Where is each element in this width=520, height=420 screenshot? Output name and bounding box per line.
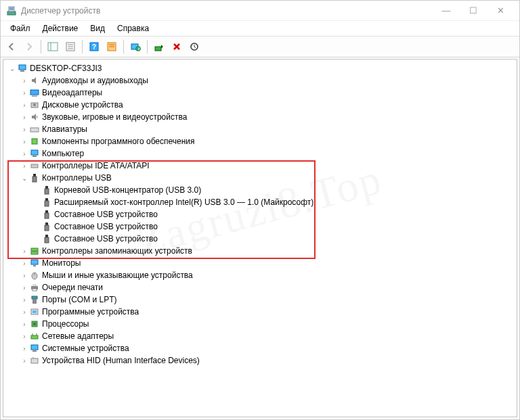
tree-item-computer[interactable]: › Компьютер — [5, 147, 515, 160]
svg-rect-50 — [32, 289, 37, 291]
svg-rect-61 — [32, 350, 37, 352]
tree-item-video-adapters[interactable]: › Видеоадаптеры — [5, 87, 515, 99]
menu-action[interactable]: Действие — [37, 22, 84, 34]
system-icon — [29, 343, 40, 354]
tree-root[interactable]: ⌄ DESKTOP-CF33JI3 — [5, 62, 515, 74]
sound-icon — [29, 112, 40, 122]
expand-icon[interactable]: › — [20, 272, 29, 279]
tree-item-processors[interactable]: › Процессоры — [5, 318, 515, 330]
tree-item-usb-root-hub[interactable]: Корневой USB-концентратор (USB 3.0) — [5, 184, 515, 196]
printer-icon — [29, 282, 40, 293]
svg-rect-57 — [31, 335, 38, 339]
menu-view[interactable]: Вид — [85, 22, 110, 34]
tree-item-usb-controllers[interactable]: ⌄ Контроллеры USB — [5, 172, 515, 184]
svg-rect-31 — [32, 177, 37, 182]
svg-rect-41 — [45, 237, 49, 243]
tree-item-ports[interactable]: › Порты (COM и LPT) — [5, 294, 515, 306]
close-button[interactable]: ✕ — [487, 1, 514, 20]
menu-bar: Файл Действие Вид Справка — [1, 21, 519, 36]
tree-item-usb-composite[interactable]: Составное USB устройство — [5, 233, 515, 245]
tree-item-storage-controllers[interactable]: › Контроллеры запоминающих устройств — [5, 245, 515, 257]
tree-item-software-devices[interactable]: › Программные устройства — [5, 306, 515, 318]
expand-icon[interactable]: ⌄ — [7, 65, 17, 72]
expand-icon[interactable]: › — [20, 345, 29, 352]
tree-item-audio[interactable]: › Аудиовходы и аудиовыходы — [5, 74, 515, 87]
expand-icon[interactable]: › — [20, 321, 29, 328]
tree-item-mice[interactable]: › Мыши и иные указывающие устройства — [5, 269, 515, 281]
svg-rect-56 — [33, 323, 36, 325]
show-hide-tree-button[interactable] — [45, 39, 61, 55]
expand-icon[interactable]: › — [20, 296, 29, 304]
tree-item-ide-ata[interactable]: › Контроллеры IDE ATA/ATAPI — [5, 160, 515, 172]
back-button[interactable] — [3, 39, 20, 55]
tree-label: Аудиовходы и аудиовыходы — [42, 76, 148, 85]
tree-item-sound[interactable]: › Звуковые, игровые и видеоустройства — [5, 111, 515, 123]
expand-icon[interactable]: › — [20, 248, 29, 255]
add-legacy-button[interactable] — [151, 39, 167, 55]
expand-icon[interactable]: › — [20, 114, 29, 121]
tree-label: Компьютер — [42, 149, 84, 158]
ide-icon — [29, 160, 40, 171]
tree-label: Контроллеры USB — [42, 173, 112, 183]
software-device-icon — [29, 306, 40, 317]
expand-icon[interactable]: › — [20, 162, 29, 170]
maximize-button[interactable]: ☐ — [460, 1, 487, 20]
svg-rect-37 — [45, 213, 49, 218]
expand-icon[interactable]: › — [20, 126, 29, 133]
expand-icon[interactable]: › — [20, 308, 29, 316]
collapse-icon[interactable]: ⌄ — [20, 174, 29, 182]
menu-help[interactable]: Справка — [112, 22, 154, 34]
tree-item-keyboards[interactable]: › Клавиатуры — [5, 123, 515, 135]
expand-icon[interactable]: › — [20, 333, 29, 340]
expand-icon[interactable]: › — [20, 138, 29, 145]
uninstall-button[interactable] — [169, 39, 185, 55]
svg-rect-21 — [32, 95, 37, 97]
tree-item-software-components[interactable]: › Компоненты программного обеспечения — [5, 135, 515, 147]
update-driver-button[interactable] — [186, 39, 202, 55]
audio-icon — [29, 75, 40, 86]
computer-icon — [29, 148, 40, 159]
svg-rect-43 — [31, 252, 38, 254]
svg-text:?: ? — [92, 43, 96, 51]
expand-icon[interactable]: › — [20, 77, 29, 85]
action-button[interactable] — [104, 39, 120, 55]
tree-item-print-queues[interactable]: › Очереди печати — [5, 281, 515, 294]
expand-icon[interactable]: › — [20, 260, 29, 267]
expand-icon[interactable]: › — [20, 357, 29, 365]
hid-icon — [29, 355, 40, 366]
menu-file[interactable]: Файл — [5, 22, 36, 34]
svg-rect-27 — [31, 150, 38, 155]
help-button[interactable]: ? — [86, 39, 102, 55]
svg-rect-44 — [31, 260, 38, 264]
keyboard-icon — [29, 124, 40, 135]
tree-label: Устройства HID (Human Interface Devices) — [42, 356, 200, 365]
tree-item-network[interactable]: › Сетевые адаптеры — [5, 330, 515, 342]
forward-button[interactable] — [21, 39, 37, 55]
tree-item-usb-composite[interactable]: Составное USB устройство — [5, 220, 515, 233]
svg-rect-18 — [19, 65, 26, 70]
expand-icon[interactable]: › — [20, 89, 29, 97]
tree-item-system-devices[interactable]: › Системные устройства — [5, 342, 515, 354]
scan-hardware-button[interactable] — [127, 39, 144, 55]
expand-icon[interactable]: › — [20, 284, 29, 291]
svg-rect-49 — [32, 284, 37, 286]
svg-rect-62 — [31, 358, 38, 363]
tree-item-usb-composite[interactable]: Составное USB устройство — [5, 208, 515, 220]
toolbar-separator — [41, 40, 41, 53]
svg-rect-34 — [45, 198, 48, 201]
expand-icon[interactable]: › — [20, 150, 29, 158]
device-tree[interactable]: ⌄ DESKTOP-CF33JI3 › Аудиовходы и аудиовы… — [3, 59, 517, 417]
expand-icon[interactable]: › — [20, 101, 29, 109]
toolbar-separator — [147, 40, 148, 53]
minimize-button[interactable]: — — [433, 1, 460, 20]
svg-rect-30 — [33, 174, 36, 177]
tree-item-hid[interactable]: › Устройства HID (Human Interface Device… — [5, 354, 515, 367]
tree-label: Порты (COM и LPT) — [42, 295, 117, 304]
usb-icon — [41, 209, 52, 220]
component-icon — [29, 136, 40, 147]
tree-item-usb-host-intel[interactable]: Расширяемый хост-контроллер Intel(R) USB… — [5, 196, 515, 208]
tree-item-monitors[interactable]: › Мониторы — [5, 257, 515, 269]
tree-item-disk-drives[interactable]: › Дисковые устройства — [5, 99, 515, 111]
tree-label: Звуковые, игровые и видеоустройства — [42, 112, 187, 122]
properties-button[interactable] — [62, 39, 79, 55]
